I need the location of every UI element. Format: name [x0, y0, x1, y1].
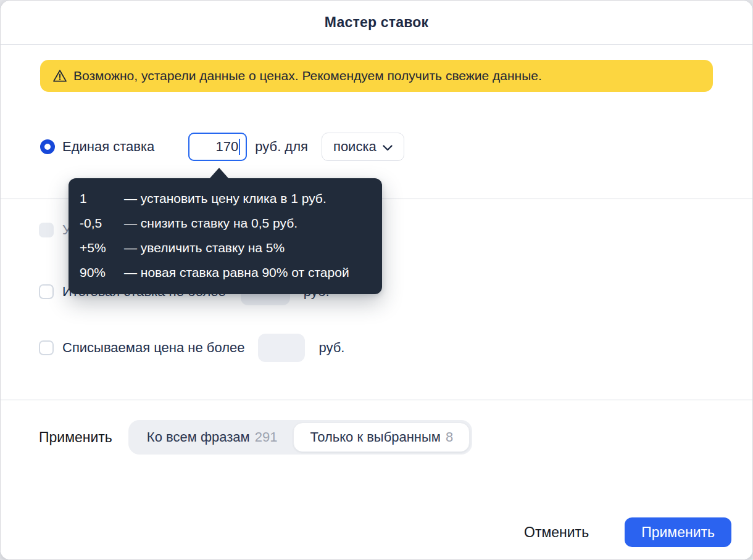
max-charge-price-unit: руб. [318, 340, 344, 356]
warning-triangle-icon [52, 69, 67, 83]
dialog-footer: Отменить Применить [1, 509, 752, 559]
hint-row: 90% — новая ставка равна 90% от старой [80, 260, 370, 285]
apply-scope-section: Применить Ко всем фразам 291 Только к вы… [1, 400, 752, 510]
segment-all-phrases-label: Ко всем фразам [147, 429, 250, 445]
bid-target-selected-value: поиска [333, 139, 376, 155]
chevron-down-icon [383, 145, 393, 151]
single-bid-row: Единая ставка 170 руб. для поиска [40, 133, 404, 161]
hint-desc: — увеличить ставку на 5% [124, 241, 370, 255]
bid-unit-label: руб. для [255, 139, 308, 155]
dialog-title: Мастер ставок [325, 14, 428, 31]
hint-row: -0,5 — снизить ставку на 0,5 руб. [80, 211, 370, 236]
max-charge-price-checkbox[interactable] [39, 340, 54, 355]
bid-target-select[interactable]: поиска [322, 133, 404, 161]
constraint-row-max-charge-price: Списываемая цена не более руб. [39, 334, 344, 362]
text-caret [239, 139, 240, 155]
segment-selected-only-count: 8 [446, 429, 453, 445]
bid-section: Возможно, устарели данные о ценах. Реком… [1, 45, 752, 199]
single-bid-radio-label: Единая ставка [62, 139, 154, 155]
hint-row: 1 — установить цену клика в 1 руб. [80, 186, 370, 211]
segment-all-phrases-count: 291 [255, 429, 278, 445]
single-bid-radio[interactable] [40, 139, 55, 154]
hint-row: +5% — увеличить ставку на 5% [80, 236, 370, 260]
hint-desc: — снизить ставку на 0,5 руб. [124, 216, 370, 231]
max-final-bid-checkbox[interactable] [39, 284, 54, 299]
max-charge-price-input[interactable] [258, 334, 305, 362]
hint-key: -0,5 [80, 216, 124, 231]
hint-desc: — новая ставка равна 90% от старой [124, 265, 370, 280]
warning-banner: Возможно, устарели данные о ценах. Реком… [40, 60, 713, 92]
segment-all-phrases[interactable]: Ко всем фразам 291 [131, 422, 294, 452]
segment-selected-only-label: Только к выбранным [310, 429, 441, 445]
apply-scope-label: Применить [39, 429, 112, 446]
constraint-checkbox[interactable] [39, 223, 54, 237]
max-charge-price-label: Списываемая цена не более [62, 340, 244, 356]
hint-desc: — установить цену клика в 1 руб. [124, 191, 370, 206]
hint-key: +5% [80, 241, 124, 255]
hint-key: 90% [80, 265, 124, 280]
bid-amount-input[interactable]: 170 [188, 133, 247, 161]
constraint-row-partially-hidden: У [39, 223, 71, 237]
warning-text: Возможно, устарели данные о ценах. Реком… [73, 68, 542, 83]
apply-button[interactable]: Применить [625, 517, 731, 547]
dialog-header: Мастер ставок [1, 1, 752, 45]
cancel-button[interactable]: Отменить [515, 518, 597, 547]
bid-hint-tooltip: 1 — установить цену клика в 1 руб. -0,5 … [69, 178, 382, 294]
hint-key: 1 [80, 191, 124, 206]
bid-amount-value: 170 [216, 139, 239, 155]
bid-master-dialog: Мастер ставок Возможно, устарели данные … [0, 0, 753, 560]
apply-scope-segmented-control: Ко всем фразам 291 Только к выбранным 8 [128, 420, 472, 455]
segment-selected-only[interactable]: Только к выбранным 8 [293, 422, 470, 452]
